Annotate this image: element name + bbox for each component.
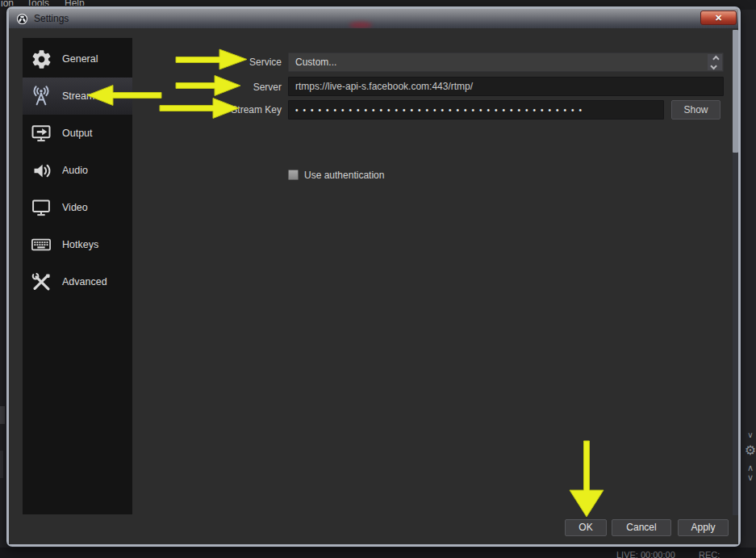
collapse-icon[interactable]: ∨: [743, 431, 756, 439]
background-artifact: [0, 406, 5, 424]
ok-button[interactable]: OK: [565, 519, 607, 536]
tools-icon: [27, 268, 56, 296]
service-dropdown[interactable]: Custom...: [288, 52, 724, 72]
keyboard-icon: [27, 231, 56, 258]
sidebar-item-label: Hotkeys: [62, 239, 98, 250]
server-label: Server: [193, 82, 282, 93]
chevron-down-icon[interactable]: ∨: [743, 473, 756, 482]
titlebar-artifact: [349, 22, 372, 28]
sidebar-item-label: Advanced: [62, 276, 107, 287]
service-value: Custom...: [295, 57, 336, 68]
settings-dialog: Settings ✕ General: [6, 6, 741, 547]
chevron-up-icon[interactable]: ∧: [743, 464, 756, 472]
output-icon: [27, 120, 56, 147]
sidebar-item-label: General: [62, 53, 98, 65]
service-label: Service: [193, 57, 282, 68]
scrollbar-thumb[interactable]: [733, 30, 738, 153]
speaker-icon: [27, 157, 56, 184]
close-button[interactable]: ✕: [700, 10, 737, 25]
dropdown-spinner-icon[interactable]: [708, 54, 722, 70]
sidebar-item-audio[interactable]: Audio: [23, 152, 132, 189]
use-authentication-checkbox[interactable]: [288, 170, 299, 180]
use-authentication-label: Use authentication: [304, 170, 384, 181]
show-key-button[interactable]: Show: [671, 100, 720, 120]
background-statusbar: LIVE: 00:00:00 REC: 00:00:00: [0, 548, 756, 558]
status-rec: REC: 00:00:00: [699, 550, 756, 558]
gear-icon: [27, 45, 56, 73]
dialog-client-area: General Stream: [9, 28, 738, 544]
sidebar-item-output[interactable]: Output: [23, 115, 132, 152]
sidebar-item-label: Output: [62, 128, 93, 139]
gear-icon[interactable]: ⚙: [743, 444, 756, 457]
sidebar-item-label: Audio: [62, 165, 88, 176]
settings-sidebar: General Stream: [23, 38, 132, 514]
dialog-scrollbar[interactable]: [733, 30, 738, 515]
monitor-icon: [27, 194, 56, 221]
chevron-up-icon: [712, 55, 719, 61]
stream-key-label: Stream Key: [193, 104, 282, 115]
server-input[interactable]: [288, 77, 724, 96]
sidebar-item-stream[interactable]: Stream: [23, 78, 132, 115]
sidebar-item-label: Video: [62, 202, 88, 213]
dialog-titlebar[interactable]: Settings: [9, 9, 738, 28]
status-live: LIVE: 00:00:00: [616, 550, 675, 558]
cancel-button[interactable]: Cancel: [612, 519, 671, 536]
dialog-title: Settings: [34, 13, 69, 24]
chevron-down-icon: [710, 62, 716, 69]
broadcast-icon: [27, 82, 56, 110]
obs-logo-icon: [16, 13, 28, 25]
sidebar-item-advanced[interactable]: Advanced: [23, 263, 132, 300]
stream-key-input[interactable]: [288, 100, 664, 120]
sidebar-item-hotkeys[interactable]: Hotkeys: [23, 226, 132, 263]
background-artifact: [0, 451, 3, 478]
apply-button[interactable]: Apply: [678, 519, 729, 536]
background-dock-icons: ∨ ⚙ ∧ ∨: [743, 431, 756, 482]
sidebar-item-video[interactable]: Video: [23, 189, 132, 226]
screen: { "window": { "title": "Settings", "clos…: [0, 0, 756, 558]
sidebar-item-general[interactable]: General: [23, 40, 132, 78]
sidebar-item-label: Stream: [62, 90, 94, 102]
